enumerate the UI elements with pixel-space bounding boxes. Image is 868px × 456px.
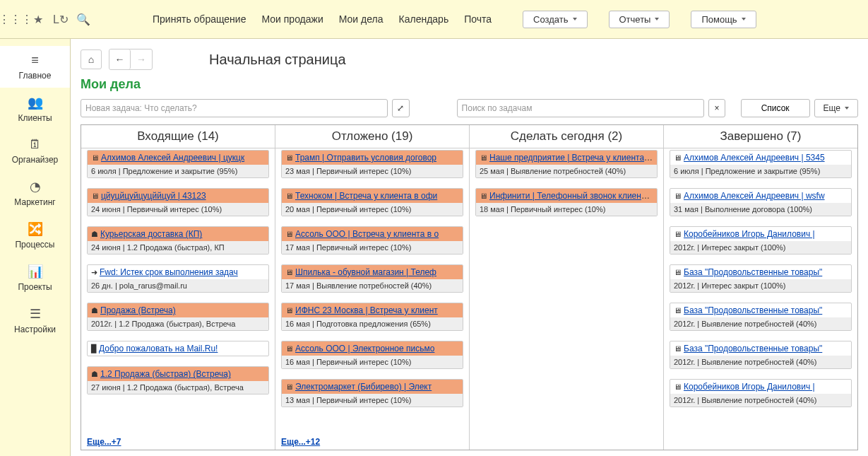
task-type-icon: 🖥 [480,153,487,162]
sidebar-item-settings[interactable]: ☰Настройки [0,299,70,341]
task-card[interactable]: 🖥Шпилька - обувной магазин | Телеф17 мая… [281,264,463,293]
task-card[interactable]: 🖥Ассоль ООО | Встреча у клиента в о17 ма… [281,226,463,255]
task-card[interactable]: 🖥Алхимов Алексей Андреевич | цукцк6 июля… [87,150,269,178]
home-button[interactable]: ⌂ [81,49,102,69]
task-card[interactable]: 🖥Коробейников Игорь Данилович |2012г. | … [670,226,852,255]
menu-sales[interactable]: Мои продажи [261,13,323,25]
task-card[interactable]: 🖥Алхимов Алексей Андреевич | 53456 июля … [670,150,852,178]
column-body: 🖥Алхимов Алексей Андреевич | цукцк6 июля… [81,148,275,450]
task-card[interactable]: 🖥Трамп | Отправить условия договор23 мая… [281,150,463,178]
task-card[interactable]: 🖥ИФНС 23 Москва | Встреча у клиент16 мая… [281,303,463,331]
task-link[interactable]: Алхимов Алексей Андреевич | цукцк [101,153,244,163]
task-card[interactable]: 🖥Коробейников Игорь Данилович |2012г. | … [670,379,852,407]
task-link[interactable]: 1.2 Продажа (быстрая) (Встреча) [100,369,231,379]
task-card[interactable]: 🖥База "Продовольственные товары"2012г. |… [670,264,852,293]
more-button[interactable]: Еще [814,99,858,117]
sidebar-item-processes[interactable]: 🔀Процессы [0,214,70,257]
apps-icon[interactable]: ⋮⋮⋮ [6,9,25,29]
card-subtitle: 25 мая | Выявление потребностей (40%) [476,165,657,177]
task-link[interactable]: Добро пожаловать на Mail.Ru! [99,344,218,353]
task-type-icon: 🖥 [674,153,682,162]
task-type-icon: 🖥 [674,344,682,353]
search-tasks-input[interactable]: Поиск по задачам [457,99,704,117]
menu-inbox[interactable]: Принять обращение [153,13,246,25]
kanban-column: Отложено (19)🖥Трамп | Отправить условия … [275,125,470,450]
task-link[interactable]: Техноком | Встреча у клиента в офи [295,191,437,201]
task-card[interactable]: ☗Курьерская доставка (КП)24 июня | 1.2 П… [87,226,269,255]
menu-mail[interactable]: Почта [464,13,492,25]
card-subtitle: 2012г. | Выявление потребностей (40%) [670,394,851,407]
task-link[interactable]: Трамп | Отправить условия договор [295,153,436,163]
task-link[interactable]: Курьерская доставка (КП) [100,229,202,239]
task-card[interactable]: 🖥База "Продовольственные товары"2012г. |… [670,341,852,369]
task-type-icon: 🖥 [674,306,682,315]
task-link[interactable]: Шпилька - обувной магазин | Телеф [295,267,436,277]
task-card[interactable]: 🖥Наше предприятие | Встреча у клиента в … [475,150,658,178]
main-area: ⌂ ← → Начальная страница Мои дела Новая … [71,39,868,456]
task-link[interactable]: Fwd: Истек срок выполнения задач [100,267,238,277]
show-more-link[interactable]: Еще...+12 [281,437,320,447]
task-link[interactable]: Наше предприятие | Встреча у клиента в о… [489,153,657,163]
task-type-icon: 🖥 [91,153,99,162]
task-card[interactable]: ➜Fwd: Истек срок выполнения задач26 дн. … [87,264,269,293]
sidebar-item-clients[interactable]: 👥Клиенты [0,88,70,130]
task-link[interactable]: База "Продовольственные товары" [684,344,822,353]
card-title-row: ➜Fwd: Истек срок выполнения задач [88,265,268,279]
sidebar-item-main[interactable]: ≡Главное [0,46,70,88]
card-title-row: 🖥Коробейников Игорь Данилович | [670,227,851,241]
task-card[interactable]: 🖥Инфинити | Телефонный звонок клиенту-ут… [475,188,658,216]
task-link[interactable]: Алхимов Алексей Андреевич | wsfw [684,191,825,201]
segment-icon[interactable]: L↻ [51,9,71,29]
task-type-icon: 🖥 [285,192,293,200]
sidebar-item-organizer[interactable]: 🗓Органайзер [0,130,70,172]
task-link[interactable]: Ассоль ООО | Электронное письмо [295,344,434,353]
chevron-down-icon [655,18,659,21]
task-link[interactable]: Коробейников Игорь Данилович | [684,382,815,392]
task-link[interactable]: Продажа (Встреча) [100,305,176,315]
task-link[interactable]: Инфинити | Телефонный звонок клиенту-уто… [489,191,657,201]
task-card[interactable]: ▉Добро пожаловать на Mail.Ru! [87,341,269,356]
sidebar-item-projects[interactable]: 📊Проекты [0,257,70,299]
task-link[interactable]: Коробейников Игорь Данилович | [684,229,815,239]
expand-task-button[interactable]: ⤢ [392,99,410,117]
task-type-icon: 🖥 [285,344,293,353]
task-card[interactable]: 🖥База "Продовольственные товары"2012г. |… [670,303,852,331]
task-link[interactable]: цйуцйцуйцуцййцуй | 43123 [101,191,206,201]
help-button[interactable]: Помощь [691,11,756,28]
task-link[interactable]: ИФНС 23 Москва | Встреча у клиент [295,305,438,315]
card-subtitle: 18 мая | Первичный интерес (10%) [476,203,657,216]
task-card[interactable]: 🖥Электромаркет (Бибирево) | Элект13 мая … [281,379,463,407]
task-link[interactable]: Алхимов Алексей Андреевич | 5345 [684,153,825,163]
kanban-column: Сделать сегодня (2)🖥Наше предприятие | В… [470,125,664,450]
task-card[interactable]: 🖥Техноком | Встреча у клиента в офи20 ма… [281,188,463,216]
task-card[interactable]: ☗1.2 Продажа (быстрая) (Встреча)27 июня … [87,366,269,394]
task-link[interactable]: База "Продовольственные товары" [684,305,822,315]
sidebar-item-marketing[interactable]: ◔Маркетинг [0,172,70,214]
list-view-button[interactable]: Список [741,99,810,117]
clear-search-button[interactable]: × [708,99,726,117]
menu-tasks[interactable]: Мои дела [339,13,384,25]
card-title-row: 🖥цйуцйцуйцуцййцуй | 43123 [88,189,268,203]
search-icon[interactable]: 🔍 [73,9,93,29]
show-more-link[interactable]: Еще...+7 [87,437,121,447]
task-type-icon: 🖥 [91,192,99,200]
back-button[interactable]: ← [109,49,131,69]
sidebar-item-label: Органайзер [12,155,59,165]
task-card[interactable]: ☗Продажа (Встреча)2012г. | 1.2 Продажа (… [87,303,269,331]
card-subtitle: 24 июня | 1.2 Продажа (быстрая), КП [88,241,268,254]
task-type-icon: 🖥 [480,192,487,200]
star-icon[interactable]: ★ [28,9,48,29]
task-link[interactable]: Электромаркет (Бибирево) | Элект [295,382,432,392]
task-card[interactable]: 🖥цйуцйцуйцуцййцуй | 4312324 июня | Перви… [87,188,269,216]
pie-icon: ◔ [30,179,41,194]
menu-calendar[interactable]: Календарь [399,13,449,25]
task-card[interactable]: 🖥Ассоль ООО | Электронное письмо16 мая |… [281,341,463,369]
task-link[interactable]: Ассоль ООО | Встреча у клиента в о [295,229,439,239]
nav-toolbar: ⌂ ← → Начальная страница [71,39,868,73]
reports-button[interactable]: Отчеты [609,11,670,28]
task-card[interactable]: 🖥Алхимов Алексей Андреевич | wsfw31 мая … [670,188,852,216]
new-task-input[interactable]: Новая задача: Что сделать? [81,99,388,117]
card-title-row: ▉Добро пожаловать на Mail.Ru! [88,341,268,356]
task-link[interactable]: База "Продовольственные товары" [684,267,822,277]
create-button[interactable]: Создать [523,11,587,28]
